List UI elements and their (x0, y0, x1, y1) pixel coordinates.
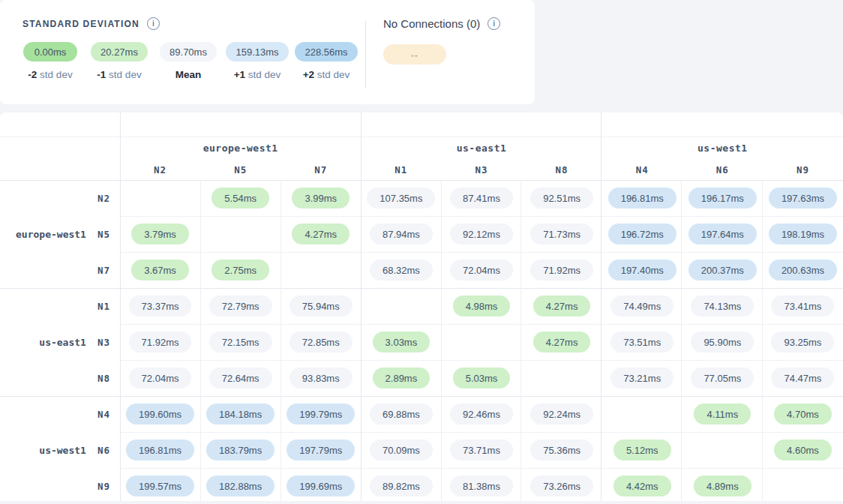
latency-pill[interactable]: 182.88ms (206, 476, 274, 496)
latency-pill[interactable]: 93.25ms (771, 332, 834, 352)
latency-pill[interactable]: 199.60ms (126, 404, 194, 424)
latency-pill[interactable]: 4.98ms (453, 296, 511, 316)
latency-pill[interactable]: 3.79ms (131, 224, 189, 244)
latency-pill[interactable]: 71.73ms (530, 224, 593, 244)
latency-pill[interactable]: 3.67ms (131, 260, 189, 280)
matrix-cell[interactable]: 183.79ms (200, 432, 280, 468)
latency-pill[interactable]: 200.37ms (688, 260, 757, 280)
matrix-cell[interactable]: 89.82ms (361, 468, 441, 501)
matrix-cell[interactable]: 3.03ms (361, 324, 441, 360)
matrix-cell[interactable]: 184.18ms (200, 396, 280, 432)
matrix-cell[interactable]: 198.19ms (763, 216, 843, 252)
latency-pill[interactable]: 196.81ms (126, 440, 194, 460)
matrix-cell[interactable]: 4.89ms (682, 468, 763, 501)
latency-pill[interactable]: 93.83ms (290, 368, 352, 388)
latency-pill[interactable]: 4.70ms (774, 404, 832, 424)
matrix-cell[interactable]: 73.71ms (441, 432, 521, 468)
latency-pill[interactable]: 5.03ms (453, 368, 511, 388)
matrix-cell[interactable]: 200.63ms (763, 252, 843, 288)
stddev-value-pill[interactable]: 20.27ms (91, 42, 148, 62)
matrix-cell[interactable]: 4.27ms (280, 216, 361, 252)
latency-pill[interactable]: 92.51ms (530, 188, 593, 208)
matrix-cell[interactable]: 199.57ms (120, 468, 200, 501)
matrix-cell[interactable]: 95.90ms (682, 324, 763, 360)
latency-pill[interactable]: 200.63ms (769, 260, 837, 280)
latency-pill[interactable]: 4.27ms (533, 296, 591, 316)
matrix-cell[interactable]: 197.79ms (280, 432, 361, 468)
matrix-cell[interactable]: 4.11ms (682, 396, 763, 432)
latency-pill[interactable]: 5.54ms (212, 188, 269, 208)
latency-pill[interactable]: 107.35ms (367, 188, 435, 208)
matrix-cell[interactable]: 72.15ms (200, 324, 280, 360)
matrix-cell[interactable]: 74.49ms (602, 288, 682, 324)
matrix-cell[interactable]: 92.46ms (441, 396, 521, 432)
latency-pill[interactable]: 198.19ms (769, 224, 837, 244)
matrix-cell[interactable]: 199.79ms (280, 396, 361, 432)
matrix-cell[interactable]: 197.40ms (602, 252, 682, 288)
latency-pill[interactable]: 73.41ms (771, 296, 834, 316)
matrix-cell[interactable]: 4.60ms (763, 432, 843, 468)
matrix-cell[interactable]: 2.75ms (200, 252, 280, 288)
matrix-cell[interactable]: 197.64ms (682, 216, 763, 252)
matrix-cell[interactable]: 196.72ms (602, 216, 682, 252)
matrix-cell[interactable]: 87.94ms (361, 216, 441, 252)
latency-pill[interactable]: 92.24ms (530, 404, 593, 424)
latency-pill[interactable]: 197.64ms (688, 224, 757, 244)
matrix-cell[interactable]: 71.92ms (120, 324, 200, 360)
stddev-value-pill[interactable]: 228.56ms (295, 42, 357, 62)
matrix-cell[interactable]: 70.09ms (361, 432, 441, 468)
matrix-cell[interactable]: 72.85ms (280, 324, 361, 360)
latency-pill[interactable]: 197.79ms (286, 440, 355, 460)
latency-pill[interactable]: 89.82ms (370, 476, 433, 496)
matrix-cell[interactable]: 196.81ms (602, 180, 682, 216)
matrix-cell[interactable]: 107.35ms (361, 180, 441, 216)
matrix-cell[interactable]: 2.89ms (361, 360, 441, 396)
stddev-value-pill[interactable]: 159.13ms (226, 42, 288, 62)
matrix-cell[interactable]: 74.13ms (682, 288, 763, 324)
matrix-cell[interactable]: 72.64ms (200, 360, 280, 396)
latency-pill[interactable]: 72.04ms (450, 260, 513, 280)
matrix-cell[interactable]: 5.03ms (441, 360, 521, 396)
latency-pill[interactable]: 2.75ms (212, 260, 269, 280)
latency-pill[interactable]: 73.71ms (450, 440, 513, 460)
latency-pill[interactable]: 81.38ms (450, 476, 513, 496)
latency-pill[interactable]: 196.17ms (688, 188, 757, 208)
latency-pill[interactable]: 75.36ms (530, 440, 593, 460)
latency-pill[interactable]: 196.81ms (608, 188, 676, 208)
latency-pill[interactable]: 184.18ms (206, 404, 274, 424)
matrix-cell[interactable]: 68.32ms (361, 252, 441, 288)
matrix-cell[interactable]: 75.36ms (522, 432, 602, 468)
matrix-cell[interactable]: 92.24ms (522, 396, 602, 432)
latency-pill[interactable]: 74.13ms (691, 296, 754, 316)
matrix-cell[interactable]: 92.12ms (441, 216, 521, 252)
latency-pill[interactable]: 72.85ms (290, 332, 352, 352)
latency-pill[interactable]: 73.21ms (610, 368, 674, 388)
matrix-cell[interactable]: 93.25ms (763, 324, 843, 360)
matrix-cell[interactable]: 93.83ms (280, 360, 361, 396)
latency-pill[interactable]: 5.12ms (614, 440, 671, 460)
latency-pill[interactable]: 73.37ms (129, 296, 192, 316)
matrix-cell[interactable]: 73.26ms (522, 468, 602, 501)
matrix-cell[interactable]: 4.27ms (522, 324, 602, 360)
matrix-cell[interactable]: 5.54ms (200, 180, 280, 216)
matrix-cell[interactable]: 73.21ms (602, 360, 682, 396)
latency-pill[interactable]: 92.12ms (450, 224, 513, 244)
latency-pill[interactable]: 72.15ms (209, 332, 272, 352)
latency-pill[interactable]: 2.89ms (373, 368, 430, 388)
latency-pill[interactable]: 4.27ms (533, 332, 591, 352)
matrix-cell[interactable]: 71.73ms (522, 216, 602, 252)
latency-pill[interactable]: 4.89ms (694, 476, 752, 496)
latency-pill[interactable]: 4.11ms (694, 404, 751, 424)
latency-pill[interactable]: 71.92ms (129, 332, 192, 352)
latency-pill[interactable]: 199.57ms (126, 476, 194, 496)
matrix-cell[interactable]: 5.12ms (602, 432, 682, 468)
latency-pill[interactable]: 87.41ms (450, 188, 513, 208)
latency-pill[interactable]: 183.79ms (206, 440, 274, 460)
matrix-cell[interactable]: 200.37ms (682, 252, 763, 288)
latency-pill[interactable]: 73.51ms (610, 332, 674, 352)
latency-pill[interactable]: 87.94ms (370, 224, 433, 244)
latency-pill[interactable]: 72.79ms (209, 296, 272, 316)
matrix-cell[interactable]: 73.51ms (602, 324, 682, 360)
no-connections-info-icon[interactable]: i (488, 17, 500, 30)
latency-pill[interactable]: 4.27ms (292, 224, 350, 244)
